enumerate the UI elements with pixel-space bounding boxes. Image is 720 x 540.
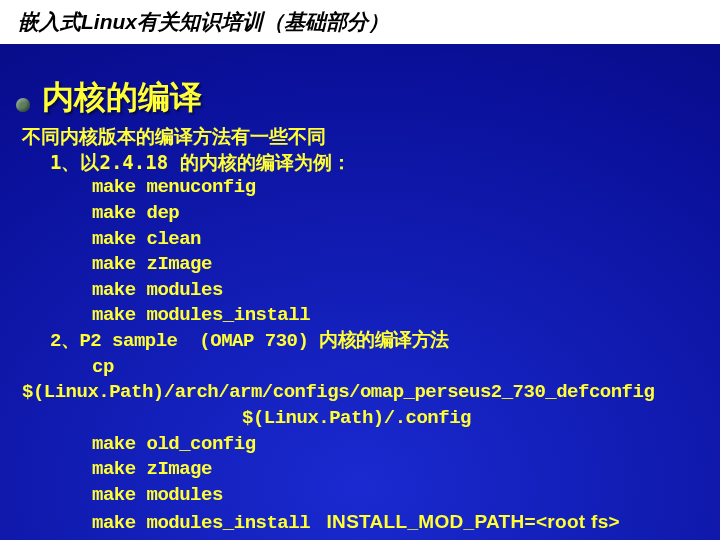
path-line: $(Linux.Path)/arch/arm/configs/omap_pers… <box>22 380 654 406</box>
slide-body: 不同内核版本的编译方法有一些不同 1、以2.4.18 的内核的编译为例： mak… <box>22 124 654 536</box>
cmd-line: make modules_install INSTALL_MOD_PATH=<r… <box>22 509 654 537</box>
cmd-line: make dep <box>22 201 654 227</box>
header-title: 嵌入式Linux有关知识培训（基础部分） <box>18 10 389 33</box>
cmd-line: make modules <box>22 278 654 304</box>
bullet-icon <box>16 98 30 112</box>
cmd-line: make old_config <box>22 432 654 458</box>
section-1-label: 1、以2.4.18 的内核的编译为例： <box>22 150 654 176</box>
cmd-line: make modules_install <box>22 303 654 329</box>
slide-header: 嵌入式Linux有关知识培训（基础部分） <box>0 0 720 44</box>
cmd-line: make clean <box>22 227 654 253</box>
cmd-line: make zImage <box>22 457 654 483</box>
slide-title: 内核的编译 <box>42 76 202 120</box>
cmd-text: make modules_install <box>92 512 321 534</box>
cmd-line: make modules <box>22 483 654 509</box>
section-2-label: 2、P2 sample (OMAP 730) 内核的编译方法 <box>22 329 654 355</box>
install-mod-path: INSTALL_MOD_PATH=<root fs> <box>321 511 620 532</box>
cmd-line: make menuconfig <box>22 175 654 201</box>
cmd-line: make zImage <box>22 252 654 278</box>
cmd-line: cp <box>22 355 654 381</box>
path-line: $(Linux.Path)/.config <box>22 406 654 432</box>
intro-line: 不同内核版本的编译方法有一些不同 <box>22 124 654 150</box>
